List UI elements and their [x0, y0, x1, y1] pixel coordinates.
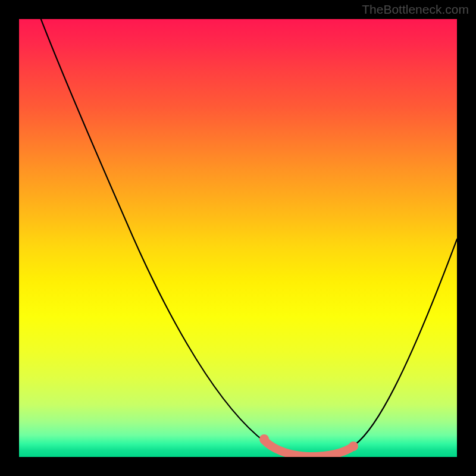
watermark-text: TheBottleneck.com: [362, 2, 469, 17]
bottleneck-curve-path: [41, 19, 457, 456]
chart-frame: TheBottleneck.com: [0, 0, 476, 476]
plot-area: [19, 19, 457, 457]
curve-layer: [19, 19, 457, 457]
highlight-segment: [264, 440, 353, 456]
highlight-dot-start: [259, 434, 269, 444]
highlight-dot-end: [349, 441, 358, 451]
